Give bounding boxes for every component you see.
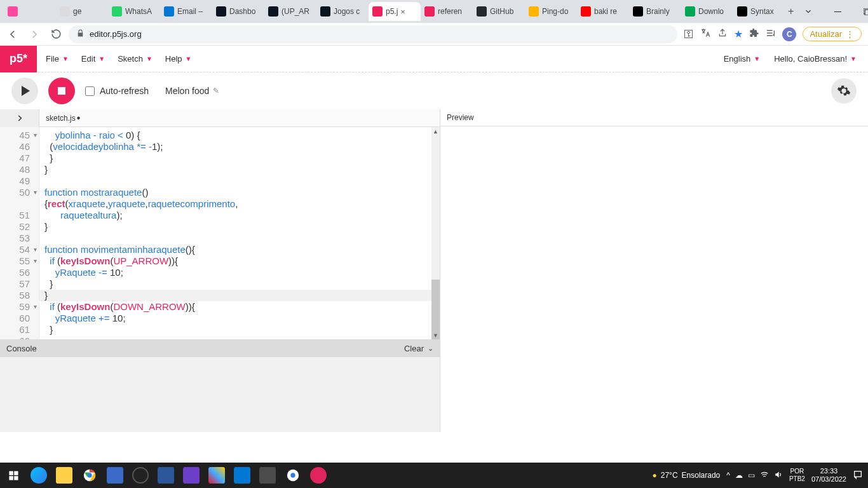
- language-indicator[interactable]: POR PTB2: [789, 468, 805, 483]
- taskbar-chrome2[interactable]: [285, 467, 301, 484]
- browser-tab[interactable]: Downlo: [681, 2, 733, 21]
- p5-logo[interactable]: p5*: [0, 46, 37, 72]
- console-clear-button[interactable]: Clear⌄: [404, 344, 433, 353]
- clock[interactable]: 23:33 07/03/2022: [811, 467, 846, 484]
- reading-list-icon[interactable]: [766, 28, 776, 41]
- favicon-icon: [216, 6, 226, 17]
- file-tab-bar: sketch.js•: [0, 109, 440, 127]
- back-button[interactable]: [4, 25, 22, 43]
- extensions-icon[interactable]: [749, 28, 759, 41]
- browser-tab[interactable]: WhatsA: [108, 2, 160, 21]
- taskbar-app2[interactable]: [183, 467, 200, 484]
- tab-label: referen: [438, 7, 462, 16]
- preview-pane: Preview: [440, 109, 868, 432]
- chevron-down-icon: ▼: [186, 55, 192, 62]
- notifications-icon[interactable]: [853, 470, 863, 481]
- auto-refresh-checkbox[interactable]: [85, 86, 95, 96]
- password-key-icon[interactable]: ⚿: [684, 29, 694, 40]
- browser-tab[interactable]: baki re: [577, 2, 629, 21]
- weather-widget[interactable]: ● 27°C Ensolarado: [653, 471, 721, 480]
- taskbar-sublime[interactable]: [259, 467, 276, 484]
- reload-button[interactable]: [47, 25, 65, 43]
- settings-button[interactable]: [831, 78, 857, 104]
- volume-icon[interactable]: [774, 470, 783, 481]
- tab-label: (UP_AR: [281, 7, 309, 16]
- taskbar-obs[interactable]: [132, 467, 149, 484]
- scroll-up-icon[interactable]: ▲: [431, 127, 440, 135]
- meet-now-icon[interactable]: ▭: [748, 471, 755, 480]
- profile-avatar[interactable]: C: [782, 27, 796, 41]
- console-body[interactable]: [0, 357, 440, 432]
- taskbar-app1[interactable]: [107, 467, 123, 484]
- kebab-icon: ⋮: [846, 29, 855, 39]
- translate-icon[interactable]: [700, 27, 711, 41]
- favicon-icon: [529, 6, 539, 17]
- browser-tab[interactable]: ge: [56, 2, 108, 21]
- svg-rect-6: [14, 471, 18, 475]
- tray-expand-icon[interactable]: ^: [726, 471, 730, 480]
- lock-icon: [76, 29, 85, 39]
- onedrive-icon[interactable]: ☁: [735, 471, 743, 480]
- update-button[interactable]: Atualizar⋮: [803, 27, 862, 41]
- play-button[interactable]: [11, 78, 38, 104]
- browser-tab[interactable]: Brainly: [629, 2, 681, 21]
- file-tab-sketch[interactable]: sketch.js•: [39, 109, 86, 127]
- browser-tab[interactable]: Syntax: [733, 2, 785, 21]
- taskbar-edge[interactable]: [31, 467, 47, 484]
- tab-label: Brainly: [646, 7, 670, 16]
- browser-tab[interactable]: referen: [421, 2, 473, 21]
- chevron-down-icon: ▼: [146, 55, 153, 62]
- code-editor[interactable]: 454647484950 515253545556575859606162636…: [0, 127, 440, 339]
- scroll-down-icon[interactable]: ▼: [431, 331, 440, 339]
- browser-tab[interactable]: Ping-do: [525, 2, 577, 21]
- browser-tab[interactable]: [4, 2, 56, 21]
- minimize-button[interactable]: [823, 0, 852, 23]
- browser-tab[interactable]: (UP_AR: [264, 2, 316, 21]
- menu-sketch[interactable]: Sketch▼: [118, 54, 153, 64]
- favicon-icon: [737, 6, 747, 17]
- taskbar-explorer[interactable]: [56, 467, 72, 484]
- user-menu[interactable]: Hello, CaioBressan!▼: [774, 54, 857, 64]
- taskbar-app4[interactable]: [310, 467, 327, 484]
- start-button[interactable]: [5, 467, 22, 484]
- language-selector[interactable]: English▼: [724, 54, 761, 64]
- code-lines[interactable]: ybolinha - raio < 0) { (velocidadeybolin…: [39, 127, 440, 339]
- editor-area: sketch.js• 454647484950 5152535455565758…: [0, 109, 868, 432]
- favicon-icon: [685, 6, 695, 17]
- menu-file[interactable]: File▼: [46, 54, 69, 64]
- favicon-icon: [477, 6, 487, 17]
- share-icon[interactable]: [717, 28, 728, 41]
- svg-rect-7: [9, 476, 13, 480]
- auto-refresh-toggle[interactable]: Auto-refresh: [85, 86, 149, 96]
- wifi-icon[interactable]: [760, 470, 769, 481]
- browser-tab[interactable]: p5.j×: [369, 2, 421, 21]
- taskbar-chrome[interactable]: [81, 467, 98, 484]
- system-tray[interactable]: ^ ☁ ▭: [726, 470, 783, 481]
- menu-help[interactable]: Help▼: [165, 54, 192, 64]
- favicon-icon: [164, 6, 174, 17]
- forward-button[interactable]: [25, 25, 43, 43]
- scrollbar-vertical[interactable]: ▲ ▼: [431, 127, 440, 339]
- bookmark-star-icon[interactable]: ★: [734, 28, 743, 40]
- close-icon[interactable]: ×: [400, 7, 405, 17]
- tab-label: GitHub: [490, 7, 513, 16]
- favicon-icon: [112, 6, 122, 17]
- tab-label: Syntax: [750, 7, 774, 16]
- stop-icon: [58, 87, 65, 95]
- taskbar-app3[interactable]: [208, 467, 225, 484]
- taskbar-word[interactable]: [158, 467, 174, 484]
- svg-rect-13: [855, 471, 862, 477]
- browser-tab[interactable]: Jogos c: [316, 2, 369, 21]
- stop-button[interactable]: [48, 78, 75, 104]
- taskbar-vscode[interactable]: [234, 467, 250, 484]
- browser-tab[interactable]: Dashbo: [212, 2, 264, 21]
- menu-edit[interactable]: Edit▼: [81, 54, 105, 64]
- browser-tab[interactable]: Email –: [160, 2, 212, 21]
- address-bar[interactable]: editor.p5js.org: [69, 25, 677, 43]
- sketch-name[interactable]: Melon food ✎: [165, 86, 219, 96]
- maximize-button[interactable]: [852, 0, 868, 23]
- tab-search-button[interactable]: [794, 0, 823, 23]
- browser-tab[interactable]: GitHub: [473, 2, 525, 21]
- sidebar-expand-button[interactable]: [0, 109, 39, 127]
- new-tab-button[interactable]: +: [788, 3, 794, 20]
